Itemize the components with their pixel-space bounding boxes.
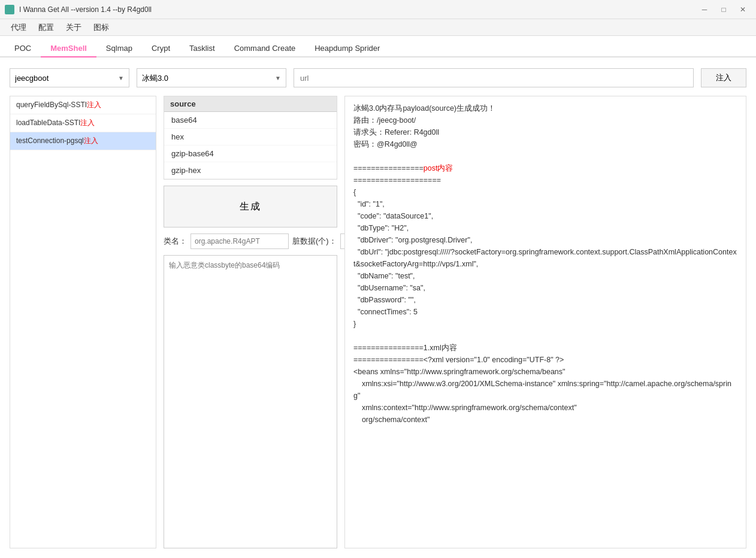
window-controls: ─ □ ✕ xyxy=(696,4,751,16)
source-item-base64[interactable]: base64 xyxy=(164,112,337,129)
tab-heapdump[interactable]: Heapdump Sprider xyxy=(305,40,389,57)
tab-command-create[interactable]: Command Create xyxy=(225,40,306,57)
tab-crypt[interactable]: Crypt xyxy=(142,40,180,57)
app-icon xyxy=(5,5,14,14)
dirty-label: 脏数据(个)： xyxy=(292,236,337,247)
framework-dropdown[interactable]: jeecgboot ▼ xyxy=(10,68,129,87)
class-input[interactable] xyxy=(190,233,289,249)
inject-button[interactable]: 注入 xyxy=(701,68,746,87)
output-panel[interactable]: 冰蝎3.0内存马payload(source)生成成功！ 路由：/jeecg-b… xyxy=(344,96,746,548)
framework-select[interactable]: jeecgboot xyxy=(15,69,126,87)
close-button[interactable]: ✕ xyxy=(734,4,751,16)
maximize-button[interactable]: □ xyxy=(715,4,732,16)
fields-row: 类名： 脏数据(个)： xyxy=(164,233,337,249)
source-list: source base64 hex gzip-base64 gzip-hex xyxy=(164,96,337,180)
main-content: jeecgboot ▼ 冰蝎3.0 冰蝎4.0 哥斯拉 ▼ 注入 queryFi… xyxy=(0,57,756,558)
list-item-load[interactable]: loadTableData-SSTI注入 xyxy=(10,114,156,132)
source-item-gzip-base64[interactable]: gzip-base64 xyxy=(164,145,337,162)
menu-config[interactable]: 配置 xyxy=(32,21,60,34)
shell-select[interactable]: 冰蝎3.0 冰蝎4.0 哥斯拉 xyxy=(142,69,283,87)
center-panel: source base64 hex gzip-base64 gzip-hex 生… xyxy=(164,96,337,548)
title-bar: I Wanna Get All --version 1.4 --by R4gd0… xyxy=(0,0,756,19)
title-bar-left: I Wanna Get All --version 1.4 --by R4gd0… xyxy=(5,5,152,14)
class-label: 类名： xyxy=(164,236,187,247)
tab-memshell[interactable]: MemShell xyxy=(41,40,96,57)
bytecode-textarea[interactable] xyxy=(164,255,337,548)
app-title: I Wanna Get All --version 1.4 --by R4gd0… xyxy=(19,5,152,14)
menu-bar: 代理 配置 关于 图标 xyxy=(0,19,756,36)
generate-button[interactable]: 生成 xyxy=(164,186,337,228)
tab-poc[interactable]: POC xyxy=(5,40,41,57)
list-item-test[interactable]: testConnection-pgsql注入 xyxy=(10,132,156,150)
source-item-hex[interactable]: hex xyxy=(164,129,337,145)
menu-icon[interactable]: 图标 xyxy=(87,21,115,34)
minimize-button[interactable]: ─ xyxy=(696,4,713,16)
list-item-query[interactable]: queryFieldBySql-SSTI注入 xyxy=(10,96,156,114)
tab-bar: POC MemShell Sqlmap Crypt Tasklist Comma… xyxy=(0,36,756,57)
tab-sqlmap[interactable]: Sqlmap xyxy=(96,40,142,57)
source-item-gzip-hex[interactable]: gzip-hex xyxy=(164,162,337,179)
middle-row: queryFieldBySql-SSTI注入 loadTableData-SST… xyxy=(10,96,746,548)
output-text: 冰蝎3.0内存马payload(source)生成成功！ 路由：/jeecg-b… xyxy=(353,102,737,426)
menu-proxy[interactable]: 代理 xyxy=(5,21,32,34)
left-panel: queryFieldBySql-SSTI注入 loadTableData-SST… xyxy=(10,96,156,548)
url-input[interactable] xyxy=(294,68,694,87)
output-line-success: 冰蝎3.0内存马payload(source)生成成功！ 路由：/jeecg-b… xyxy=(353,104,737,424)
shell-dropdown[interactable]: 冰蝎3.0 冰蝎4.0 哥斯拉 ▼ xyxy=(137,68,286,87)
source-header: source xyxy=(164,96,337,112)
menu-about[interactable]: 关于 xyxy=(60,21,87,34)
top-row: jeecgboot ▼ 冰蝎3.0 冰蝎4.0 哥斯拉 ▼ 注入 xyxy=(10,67,746,89)
tab-tasklist[interactable]: Tasklist xyxy=(180,40,225,57)
